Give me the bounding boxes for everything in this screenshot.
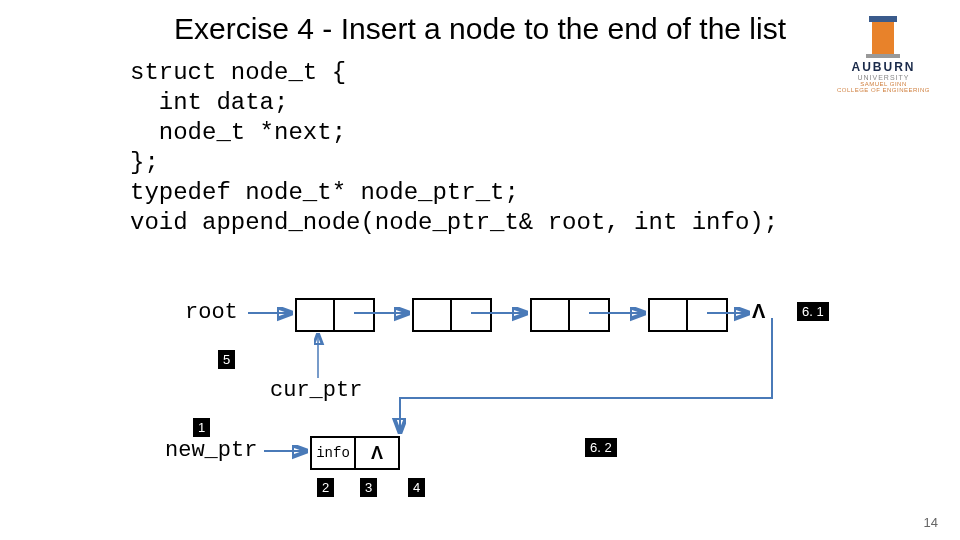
page-number: 14 xyxy=(924,515,938,530)
list-node-3 xyxy=(530,298,610,332)
tag-2: 2 xyxy=(317,478,334,497)
root-label: root xyxy=(185,300,238,325)
tag-4: 4 xyxy=(408,478,425,497)
logo-name: AUBURN xyxy=(837,60,930,74)
list-node-4 xyxy=(648,298,728,332)
slide-title: Exercise 4 - Insert a node to the end of… xyxy=(0,12,960,46)
tag-6-2: 6. 2 xyxy=(585,438,617,457)
cur-ptr-label: cur_ptr xyxy=(270,378,362,403)
logo-sub3: COLLEGE OF ENGINEERING xyxy=(837,87,930,93)
new-node-null-cell: Λ xyxy=(356,438,398,468)
new-node: info Λ xyxy=(310,436,400,470)
tag-3: 3 xyxy=(360,478,377,497)
auburn-logo: AUBURN UNIVERSITY SAMUEL GINN COLLEGE OF… xyxy=(837,22,930,93)
new-node-info-cell: info xyxy=(312,438,356,468)
new-ptr-label: new_ptr xyxy=(165,438,257,463)
tag-1: 1 xyxy=(193,418,210,437)
list-node-2 xyxy=(412,298,492,332)
tag-6-1: 6. 1 xyxy=(797,302,829,321)
code-block: struct node_t { int data; node_t *next; … xyxy=(130,58,778,238)
tower-icon xyxy=(872,22,894,54)
tag-5: 5 xyxy=(218,350,235,369)
logo-sub1: UNIVERSITY xyxy=(837,74,930,81)
list-node-1 xyxy=(295,298,375,332)
old-null: Λ xyxy=(752,300,765,323)
